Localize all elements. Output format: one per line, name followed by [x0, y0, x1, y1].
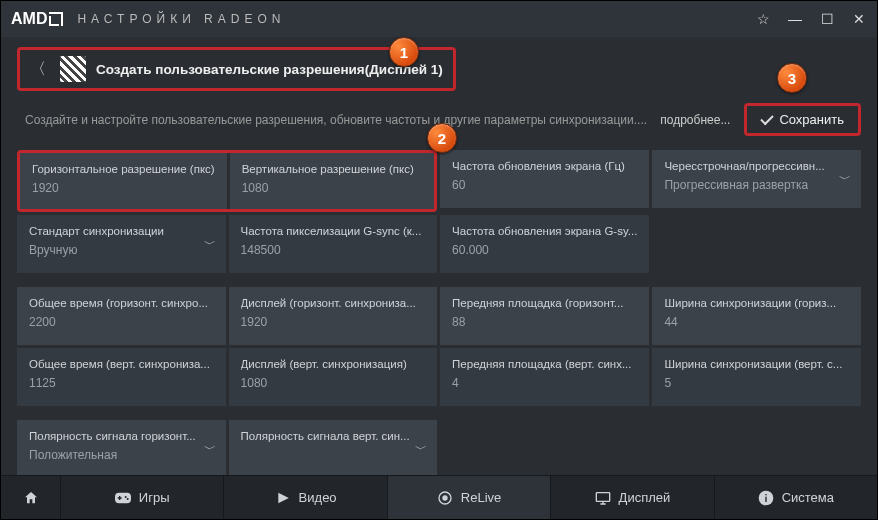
amd-logo: AMD: [11, 10, 63, 28]
cell-empty: [652, 420, 861, 475]
cell-v-polarity[interactable]: Полярность сигнала верт. син... ﹀: [229, 420, 438, 475]
nav-games[interactable]: Игры: [61, 476, 224, 519]
more-link[interactable]: подробнее...: [660, 113, 730, 127]
titlebar: AMD НАСТРОЙКИ RADEON ☆ ― ☐ ✕: [1, 1, 877, 37]
subtitle-text: Создайте и настройте пользовательские ра…: [25, 113, 647, 127]
callout-badge-2: 2: [427, 123, 457, 153]
cell-h-display[interactable]: Дисплей (горизонт. синхрониза... 1920: [229, 287, 438, 345]
breadcrumb-label: Создать пользовательские разрешения(Дисп…: [96, 62, 443, 77]
nav-relive[interactable]: ReLive: [388, 476, 551, 519]
save-button[interactable]: Сохранить: [744, 103, 861, 136]
cell-empty: [440, 420, 649, 475]
cell-refresh-rate[interactable]: Частота обновления экрана (Гц) 60: [440, 150, 649, 208]
chevron-down-icon: ﹀: [415, 441, 427, 458]
nav-relive-label: ReLive: [461, 490, 501, 505]
cell-h-sync-width[interactable]: Ширина синхронизации (гориз... 44: [652, 287, 861, 345]
relive-icon: [437, 490, 453, 506]
cell-gsync-refresh[interactable]: Частота обновления экрана G-sy... 60.000: [440, 215, 649, 273]
cell-empty: [652, 215, 861, 273]
maximize-icon[interactable]: ☐: [819, 11, 835, 27]
play-icon: [275, 490, 291, 506]
callout-badge-1: 1: [389, 37, 419, 67]
nav-display[interactable]: Дисплей: [551, 476, 714, 519]
cell-h-resolution[interactable]: Горизонтальное разрешение (пкс) 1920: [20, 153, 227, 209]
cell-v-sync-width[interactable]: Ширина синхронизации (верт. с... 5: [652, 348, 861, 406]
cell-h-front-porch[interactable]: Передняя площадка (горизонт... 88: [440, 287, 649, 345]
resolution-highlight-group: Горизонтальное разрешение (пкс) 1920 Вер…: [17, 150, 437, 212]
cell-v-resolution[interactable]: Вертикальное разрешение (пкс) 1080: [230, 153, 434, 209]
cell-h-polarity[interactable]: Полярность сигнала горизонт... Положител…: [17, 420, 226, 475]
nav-games-label: Игры: [139, 490, 170, 505]
cell-timing-standard[interactable]: Стандарт синхронизации Вручную ﹀: [17, 215, 226, 273]
display-icon: [595, 490, 611, 506]
nav-video[interactable]: Видео: [224, 476, 387, 519]
nav-display-label: Дисплей: [619, 490, 671, 505]
save-button-label: Сохранить: [779, 112, 844, 127]
check-icon: [761, 111, 774, 124]
home-icon: [23, 490, 39, 506]
cell-v-total[interactable]: Общее время (верт. синхрониза... 1125: [17, 348, 226, 406]
minimize-icon[interactable]: ―: [787, 11, 803, 27]
cell-pixel-clock[interactable]: Частота пикселизации G-sync (к... 148500: [229, 215, 438, 273]
back-icon[interactable]: 〈: [26, 59, 50, 80]
nav-system[interactable]: Система: [715, 476, 877, 519]
bottom-nav: Игры Видео ReLive Дисплей Система: [1, 475, 877, 519]
gamepad-icon: [115, 490, 131, 506]
svg-rect-2: [596, 492, 609, 501]
chevron-down-icon: ﹀: [839, 171, 851, 188]
svg-rect-5: [765, 494, 766, 495]
close-icon[interactable]: ✕: [851, 11, 867, 27]
cell-h-total[interactable]: Общее время (горизонт. синхро... 2200: [17, 287, 226, 345]
chevron-down-icon: ﹀: [204, 441, 216, 458]
callout-badge-3: 3: [777, 63, 807, 93]
custom-res-icon: [60, 56, 86, 82]
cell-v-display[interactable]: Дисплей (верт. синхронизация) 1080: [229, 348, 438, 406]
info-icon: [758, 490, 774, 506]
star-icon[interactable]: ☆: [755, 11, 771, 27]
nav-video-label: Видео: [299, 490, 337, 505]
nav-home[interactable]: [1, 476, 61, 519]
app-title: НАСТРОЙКИ RADEON: [77, 12, 285, 26]
nav-system-label: Система: [782, 490, 834, 505]
svg-point-1: [443, 496, 447, 500]
cell-v-front-porch[interactable]: Передняя площадка (верт. синх... 4: [440, 348, 649, 406]
cell-scan-type[interactable]: Чересстрочная/прогрессивн... Прогрессивн…: [652, 150, 861, 208]
svg-rect-4: [765, 496, 766, 501]
chevron-down-icon: ﹀: [204, 236, 216, 253]
